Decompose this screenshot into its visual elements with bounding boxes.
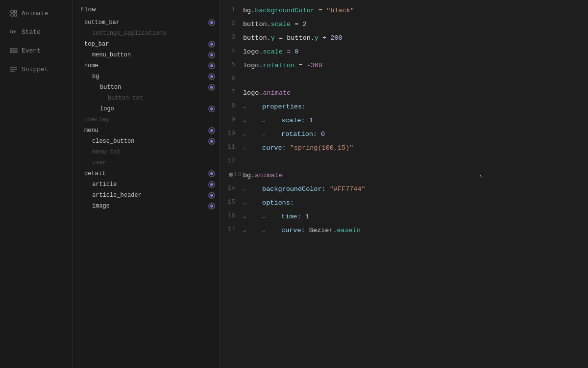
line-content-5: logo.rotation = -360 <box>243 60 588 71</box>
line-num-4: 4 <box>220 46 243 54</box>
tree-sidebar: flow bottom_bar settings_applications to… <box>73 0 220 368</box>
radio-article[interactable] <box>208 181 215 188</box>
tree-item-button-txt[interactable]: button-txt <box>73 93 219 104</box>
tree-item-user[interactable]: user <box>73 158 219 168</box>
tree-label-menu-button: menu_button <box>92 52 208 58</box>
svg-rect-7 <box>10 49 17 50</box>
radio-bottom-bar[interactable] <box>208 19 215 26</box>
line-content-17: ↵ ↵ curve: Bezier.easeIn <box>243 225 588 236</box>
line-content-8: ↵ properties: <box>243 101 588 112</box>
line-content-1: bg.backgroundColor = "black" <box>243 5 588 16</box>
radio-menu-button[interactable] <box>208 52 215 58</box>
svg-rect-0 <box>11 10 13 13</box>
code-line-11: 11 ↵ curve: "spring(100,15)" <box>220 141 588 155</box>
tree-item-article-header[interactable]: article_header <box>73 190 219 201</box>
radio-article-header[interactable] <box>208 192 215 199</box>
code-line-7: 7 logo.animate <box>220 86 588 100</box>
cursor-icon: ↖ <box>479 172 483 180</box>
code-line-1: 1 bg.backgroundColor = "black" <box>220 4 588 18</box>
tree-label-article: article <box>92 181 208 188</box>
tree-label-top-bar: top_bar <box>84 41 208 48</box>
tree-label-user: user <box>92 159 215 166</box>
tree-item-close-button[interactable]: close_button <box>73 136 219 147</box>
code-line-6: 6 <box>220 73 588 86</box>
tree-label-detail: detail <box>84 170 208 177</box>
nav-snippet-label: Snippet <box>22 66 49 73</box>
code-line-17: 17 ↵ ↵ curve: Bezier.easeIn <box>220 224 588 237</box>
nav-event-label: Event <box>22 47 41 54</box>
tree-item-bg[interactable]: bg <box>73 71 219 82</box>
tree-label-home: home <box>84 62 208 69</box>
line-content-14: ↵ backgroundColor: "#FF7744" <box>243 184 588 194</box>
tree-label-button-txt: button-txt <box>108 95 215 102</box>
svg-rect-2 <box>11 14 13 16</box>
nav-animate-label: Animate <box>22 10 49 17</box>
line-num-2: 2 <box>220 19 243 27</box>
tree-header: flow <box>73 0 219 17</box>
tree-item-menu-txt[interactable]: menu-txt <box>73 147 219 158</box>
radio-bg[interactable] <box>208 73 215 80</box>
code-line-2: 2 button.scale = 2 <box>220 18 588 31</box>
radio-logo[interactable] <box>208 105 215 112</box>
line-num-10: 10 <box>220 129 243 137</box>
tree-item-bottom-bar[interactable]: bottom_bar <box>73 17 219 28</box>
line-num-17: 17 <box>220 225 243 233</box>
tree-label-button: button <box>100 84 208 91</box>
radio-home[interactable] <box>208 62 215 69</box>
tree-item-logo[interactable]: logo <box>73 104 219 114</box>
tree-item-image[interactable]: image <box>73 201 219 211</box>
radio-menu[interactable] <box>208 127 215 134</box>
radio-button[interactable] <box>208 84 215 91</box>
line-content-10: ↵ ↵ rotation: 0 <box>243 129 588 139</box>
tree-label-settings-applications: settings_applications <box>92 30 215 37</box>
line-num-9: 9 <box>220 115 243 123</box>
radio-image[interactable] <box>208 203 215 210</box>
line-content-6 <box>243 74 588 84</box>
tree-item-menu[interactable]: menu <box>73 125 219 136</box>
line-content-16: ↵ ↵ time: 1 <box>243 211 588 222</box>
code-line-14: 14 ↵ backgroundColor: "#FF7744" <box>220 183 588 196</box>
line-num-7: 7 <box>220 87 243 96</box>
nav-item-snippet[interactable]: Snippet <box>2 60 70 78</box>
tree-item-menu-button[interactable]: menu_button <box>73 50 219 60</box>
code-line-12: 12 <box>220 155 588 169</box>
nav-sidebar: Animate State Event Snippet <box>0 0 73 368</box>
nav-item-animate[interactable]: Animate <box>2 4 70 22</box>
line-num-14: 14 <box>220 184 243 192</box>
tree-item-detail[interactable]: detail <box>73 168 219 179</box>
svg-rect-8 <box>10 51 17 53</box>
gutter-doc-icon: ▦ <box>229 171 233 178</box>
tree-label-menu: menu <box>84 127 208 134</box>
line-content-11: ↵ curve: "spring(100,15)" <box>243 142 588 153</box>
line-content-4: logo.scale = 0 <box>243 46 588 57</box>
tree-label-menu-txt: menu-txt <box>92 149 215 156</box>
line-num-11: 11 <box>220 142 243 151</box>
line-content-3: button.y = button.y + 200 <box>243 32 588 43</box>
line-num-12: 12 <box>220 156 243 164</box>
radio-detail[interactable] <box>208 170 215 177</box>
tree-item-article[interactable]: article <box>73 179 219 190</box>
code-line-10: 10 ↵ ↵ rotation: 0 <box>220 128 588 141</box>
tree-item-settings-applications[interactable]: settings_applications <box>73 28 219 39</box>
code-editor[interactable]: 1 bg.backgroundColor = "black" 2 button.… <box>220 0 588 368</box>
radio-close-button[interactable] <box>208 138 215 145</box>
nav-state-label: State <box>22 28 41 36</box>
nav-item-event[interactable]: Event <box>2 42 70 59</box>
line-content-13: bg.animate <box>243 170 588 181</box>
code-line-8: 8 ↵ properties: <box>220 100 588 114</box>
svg-rect-3 <box>14 14 17 16</box>
code-line-4: 4 logo.scale = 0 <box>220 45 588 59</box>
nav-item-state[interactable]: State <box>2 23 70 41</box>
tree-item-button[interactable]: button <box>73 82 219 93</box>
code-line-5: 5 logo.rotation = -360 <box>220 59 588 73</box>
tree-item-home[interactable]: home <box>73 60 219 71</box>
tree-item-top-bar[interactable]: top_bar <box>73 39 219 50</box>
code-line-16: 16 ↵ ↵ time: 1 <box>220 210 588 224</box>
tree-item-overlay[interactable]: overlay <box>73 114 219 125</box>
radio-top-bar[interactable] <box>208 41 215 48</box>
line-num-16: 16 <box>220 211 243 219</box>
state-icon <box>10 28 18 36</box>
tree-label-close-button: close_button <box>92 138 208 145</box>
line-num-6: 6 <box>220 74 243 82</box>
svg-rect-1 <box>14 10 17 13</box>
